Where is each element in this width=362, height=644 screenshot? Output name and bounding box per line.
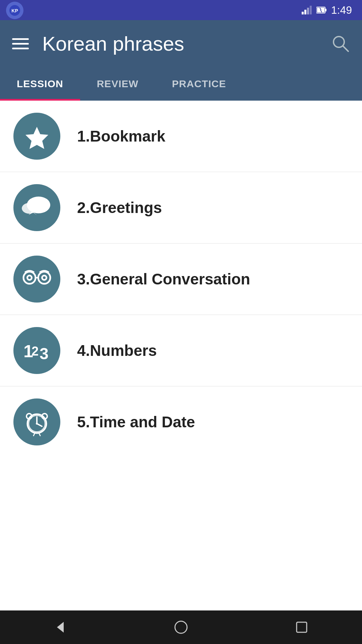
tabs-bar: LESSION REVIEW PRACTICE bbox=[0, 67, 362, 101]
tab-practice[interactable]: PRACTICE bbox=[155, 67, 243, 101]
svg-point-17 bbox=[22, 203, 37, 214]
lesson-icon-5 bbox=[13, 398, 60, 445]
lesson-icon-4: 1 2 3 bbox=[13, 327, 60, 374]
lesson-item-1[interactable]: 1.Bookmark bbox=[0, 101, 362, 172]
svg-text:KP: KP bbox=[11, 8, 18, 13]
svg-point-23 bbox=[28, 276, 31, 279]
lesson-item-2[interactable]: 2.Greetings bbox=[0, 172, 362, 244]
app-icon: KP bbox=[6, 2, 23, 19]
lesson-list: 1.Bookmark 2.Greetings bbox=[0, 101, 362, 491]
svg-point-24 bbox=[43, 276, 46, 279]
svg-point-35 bbox=[36, 423, 38, 425]
lesson-label-1: 1.Bookmark bbox=[77, 127, 165, 145]
svg-marker-4 bbox=[307, 8, 309, 14]
search-button[interactable] bbox=[331, 35, 350, 53]
app-bar: Korean phrases bbox=[0, 20, 362, 67]
svg-text:2: 2 bbox=[32, 344, 39, 358]
lesson-icon-2 bbox=[13, 184, 60, 231]
svg-marker-14 bbox=[25, 127, 48, 149]
svg-point-39 bbox=[175, 621, 187, 633]
lesson-label-2: 2.Greetings bbox=[77, 199, 162, 217]
lesson-label-3: 3.General Conversation bbox=[77, 270, 250, 288]
status-time: 1:49 bbox=[331, 4, 352, 16]
nav-bar bbox=[0, 610, 362, 644]
lesson-icon-1 bbox=[13, 113, 60, 160]
status-icons: 1:49 bbox=[302, 4, 352, 16]
status-bar: KP 1:49 bbox=[0, 0, 362, 20]
lesson-item-3[interactable]: 3.General Conversation bbox=[0, 244, 362, 315]
svg-marker-5 bbox=[310, 6, 312, 14]
svg-rect-40 bbox=[297, 622, 307, 632]
svg-rect-7 bbox=[325, 9, 326, 11]
tab-review[interactable]: REVIEW bbox=[80, 67, 155, 101]
svg-line-36 bbox=[34, 434, 35, 436]
app-title: Korean phrases bbox=[42, 32, 318, 55]
svg-marker-38 bbox=[57, 622, 64, 633]
signal-icon bbox=[302, 6, 312, 14]
svg-line-37 bbox=[39, 434, 40, 436]
home-button[interactable] bbox=[168, 614, 194, 641]
back-button[interactable] bbox=[47, 614, 74, 641]
lesson-label-4: 4.Numbers bbox=[77, 341, 157, 360]
lesson-label-5: 5.Time and Date bbox=[77, 413, 195, 431]
tab-lession[interactable]: LESSION bbox=[0, 67, 80, 101]
menu-button[interactable] bbox=[12, 38, 29, 49]
battery-icon bbox=[316, 6, 326, 14]
svg-marker-3 bbox=[304, 10, 306, 14]
svg-line-13 bbox=[343, 46, 348, 51]
svg-text:3: 3 bbox=[40, 345, 49, 363]
lesson-item-5[interactable]: 5.Time and Date bbox=[0, 386, 362, 458]
lesson-icon-3 bbox=[13, 256, 60, 303]
svg-marker-2 bbox=[302, 12, 304, 14]
lesson-item-4[interactable]: 1 2 3 4.Numbers bbox=[0, 315, 362, 386]
recent-button[interactable] bbox=[288, 614, 315, 641]
